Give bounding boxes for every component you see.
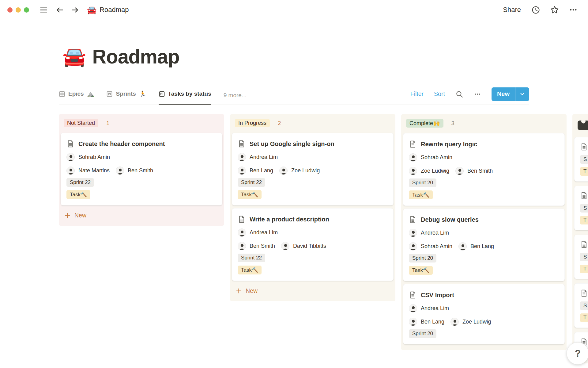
traffic-lights: [7, 7, 29, 13]
page-doc-icon: [409, 140, 417, 148]
forward-arrow-icon[interactable]: [71, 6, 79, 14]
assignee-name: Ben Smith: [128, 167, 153, 174]
assignee-name: Zoe Ludwig: [291, 167, 320, 174]
assignee: Zoe Ludwig: [279, 167, 320, 175]
board-column-complete-: Complete🙌3Rewrite query logicSohrab Amin…: [401, 114, 567, 350]
task-card[interactable]: ST: [574, 137, 588, 182]
view-options-icon[interactable]: [474, 90, 481, 98]
board-icon: [106, 91, 113, 97]
column-status-badge[interactable]: Complete🙌: [406, 119, 443, 128]
more-views-button[interactable]: 9 more...: [224, 92, 247, 99]
tab-tasks-by-status[interactable]: Tasks by status: [159, 86, 211, 105]
assignee: Ben Smith: [116, 167, 153, 175]
add-card-button[interactable]: New: [232, 284, 394, 298]
inbox-icon[interactable]: [577, 120, 588, 131]
sprint-tag: Sprint 20: [409, 254, 436, 263]
task-title: Rewrite query logic: [421, 141, 477, 148]
tab-emoji: ⛰️: [87, 90, 94, 98]
assignee: Ben Lang: [458, 242, 494, 251]
add-card-button[interactable]: New: [61, 208, 222, 223]
page-title[interactable]: 🚘 Roadmap: [62, 45, 179, 68]
search-icon[interactable]: [455, 90, 463, 98]
assignee: Sohrab Amin: [409, 242, 452, 251]
assignee: Andrea Lim: [409, 229, 449, 237]
plus-icon: [236, 288, 242, 294]
table-icon: [59, 91, 65, 97]
zoom-window-button[interactable]: [24, 7, 29, 13]
tab-label: Tasks by status: [168, 90, 211, 97]
assignee-name: Andrea Lim: [421, 305, 449, 312]
assignee: Zoe Ludwig: [409, 167, 449, 175]
task-title: Create the header component: [78, 140, 165, 148]
task-card[interactable]: Write a product descriptionAndrea LimBen…: [232, 208, 394, 281]
task-card[interactable]: Debug slow queriesAndrea LimSohrab AminB…: [403, 209, 565, 281]
task-card[interactable]: Set up Google single sign-onAndrea LimBe…: [232, 133, 394, 205]
sort-button[interactable]: Sort: [434, 90, 445, 98]
task-card[interactable]: Create the header componentSohrab AminNa…: [61, 133, 222, 205]
add-card-label: New: [246, 287, 258, 294]
task-tag: T: [580, 265, 588, 273]
sprint-tag: S: [580, 155, 588, 164]
avatar: [455, 167, 464, 175]
task-card[interactable]: ST: [574, 235, 588, 279]
tab-label: Sprints: [116, 90, 136, 97]
task-tag: T: [580, 313, 588, 322]
assignee: Zoe Ludwig: [450, 318, 491, 326]
task-tag: Task🔨: [238, 190, 262, 199]
task-tag: Task🔨: [66, 190, 90, 199]
assignee-name: Ben Smith: [467, 168, 493, 174]
assignee: Andrea Lim: [409, 304, 449, 312]
page-emoji[interactable]: 🚘: [62, 47, 86, 66]
page-doc-icon: [580, 192, 588, 200]
board-column-not-started: Not Started1Create the header componentS…: [59, 114, 224, 226]
task-card[interactable]: CSV ImportAndrea LimBen LangZoe LudwigSp…: [403, 284, 565, 344]
board-icon: [159, 91, 165, 97]
share-button[interactable]: Share: [503, 6, 521, 14]
avatar: [409, 153, 417, 162]
task-card[interactable]: ST: [574, 283, 588, 328]
assignee: Ben Lang: [238, 167, 273, 175]
tab-sprints[interactable]: Sprints🏃: [106, 86, 146, 105]
avatar: [238, 242, 246, 250]
column-status-badge[interactable]: In Progress: [235, 119, 270, 127]
assignee-name: Andrea Lim: [250, 154, 278, 160]
assignee-name: Sohrab Amin: [78, 154, 110, 160]
task-tag: Task🔨: [409, 190, 433, 199]
assignee-name: Zoe Ludwig: [462, 319, 491, 325]
more-options-icon[interactable]: [569, 6, 578, 14]
help-button[interactable]: ?: [567, 342, 588, 365]
assignee-name: David Tibbitts: [293, 243, 326, 249]
favorite-star-icon[interactable]: [550, 5, 559, 14]
page-doc-icon: [238, 215, 246, 223]
view-tab-bar: Epics⛰️Sprints🏃Tasks by status 9 more...…: [59, 86, 529, 105]
page-title-text: Roadmap: [92, 45, 179, 68]
tab-epics[interactable]: Epics⛰️: [59, 86, 94, 105]
column-count: 1: [106, 120, 109, 127]
avatar: [409, 229, 417, 237]
filter-button[interactable]: Filter: [410, 90, 424, 98]
page-doc-icon: [580, 289, 588, 297]
column-status-badge[interactable]: Not Started: [64, 119, 98, 127]
assignee-name: Andrea Lim: [421, 230, 449, 236]
assignee: Sohrab Amin: [409, 153, 452, 162]
plus-icon: [64, 212, 71, 219]
new-dropdown-button[interactable]: [515, 87, 529, 101]
page-doc-icon: [580, 240, 588, 248]
avatar: [238, 153, 246, 161]
close-window-button[interactable]: [7, 7, 13, 13]
task-card[interactable]: Rewrite query logicSohrab AminZoe Ludwig…: [403, 133, 565, 206]
sidebar-menu-icon[interactable]: [40, 6, 48, 14]
assignee: David Tibbitts: [281, 242, 326, 250]
new-button[interactable]: New: [492, 87, 515, 101]
task-card[interactable]: ST: [574, 186, 588, 230]
back-arrow-icon[interactable]: [56, 6, 64, 14]
tab-emoji: 🏃: [139, 90, 146, 98]
minimize-window-button[interactable]: [16, 7, 21, 13]
history-clock-icon[interactable]: [531, 6, 540, 14]
assignee: Sohrab Amin: [66, 153, 110, 161]
page-doc-icon: [409, 291, 417, 299]
sprint-tag: Sprint 22: [238, 254, 265, 262]
assignee-name: Nate Martins: [78, 167, 110, 174]
tab-label: Epics: [68, 90, 84, 97]
breadcrumb[interactable]: 🚘 Roadmap: [87, 6, 129, 14]
